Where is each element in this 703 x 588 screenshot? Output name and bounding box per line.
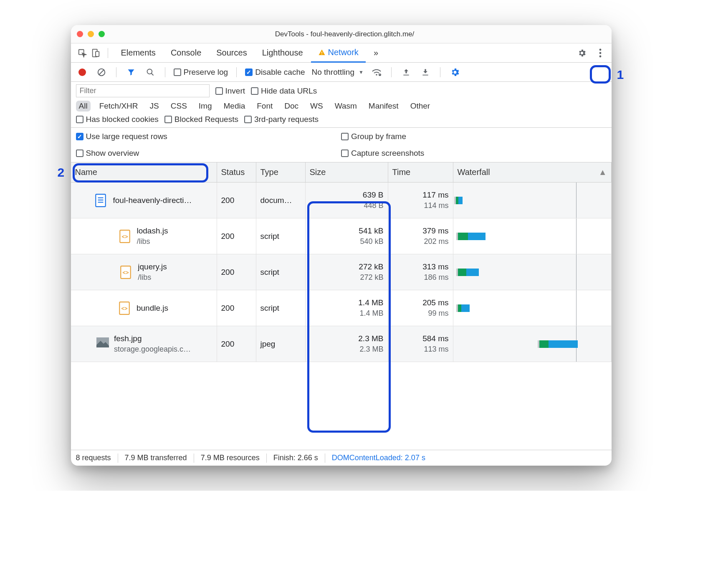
cell-waterfall — [453, 218, 612, 254]
cell-time: 584 ms113 ms — [388, 326, 453, 362]
import-har-icon[interactable] — [400, 66, 412, 79]
window-title: DevTools - foul-heavenly-direction.glitc… — [84, 30, 606, 38]
svg-rect-15 — [422, 74, 428, 75]
type-filter-doc[interactable]: Doc — [281, 101, 301, 112]
svg-line-9 — [99, 69, 104, 75]
filter-input[interactable] — [76, 84, 210, 97]
svg-point-12 — [376, 74, 377, 76]
clear-icon[interactable] — [95, 66, 108, 79]
table-row[interactable]: <>jquery.js/libs200script272 kB272 kB313… — [71, 254, 612, 290]
throttling-select[interactable]: No throttling▼ — [312, 68, 364, 77]
cell-type: jpeg — [256, 326, 306, 362]
cell-size: 541 kB540 kB — [306, 218, 388, 254]
col-waterfall[interactable]: Waterfall▲ — [453, 162, 612, 182]
type-filter-css[interactable]: CSS — [168, 101, 190, 112]
svg-text:<>: <> — [121, 233, 128, 240]
cell-type: script — [256, 290, 306, 326]
tab-lighthouse[interactable]: Lighthouse — [255, 43, 310, 62]
device-toolbar-icon[interactable] — [89, 47, 102, 59]
cell-size: 272 kB272 kB — [306, 254, 388, 290]
devtools-window: DevTools - foul-heavenly-direction.glitc… — [71, 25, 612, 466]
request-path: storage.googleapis.c… — [114, 345, 191, 354]
type-filter-font[interactable]: Font — [254, 101, 276, 112]
inspect-element-icon[interactable] — [76, 47, 89, 59]
network-conditions-icon[interactable] — [370, 66, 383, 79]
col-size[interactable]: Size — [306, 162, 388, 182]
record-button[interactable] — [76, 66, 89, 79]
file-type-icon: <> — [120, 266, 132, 279]
show-overview-checkbox[interactable]: Show overview — [76, 149, 341, 158]
cell-waterfall — [453, 182, 612, 218]
invert-checkbox[interactable]: Invert — [215, 86, 245, 96]
table-header: Name Status Type Size Time Waterfall▲ — [71, 162, 612, 182]
svg-line-11 — [151, 73, 153, 75]
network-settings-gear-icon[interactable] — [449, 66, 461, 79]
cell-waterfall — [453, 290, 612, 326]
file-type-icon — [96, 337, 108, 351]
table-row[interactable]: <>bundle.js200script1.4 MB1.4 MB205 ms99… — [71, 290, 612, 326]
summary-requests: 8 requests — [76, 454, 111, 462]
gear-icon[interactable] — [576, 47, 588, 59]
hide-data-urls-checkbox[interactable]: Hide data URLs — [251, 86, 317, 96]
cell-status: 200 — [217, 326, 256, 362]
filter-icon[interactable] — [125, 66, 137, 79]
network-toolbar: Preserve log Disable cache No throttling… — [71, 63, 612, 82]
filter-bar: Invert Hide data URLs All Fetch/XHR JS C… — [71, 82, 612, 128]
type-filter-img[interactable]: Img — [196, 101, 215, 112]
cell-status: 200 — [217, 290, 256, 326]
request-path: /libs — [137, 237, 168, 246]
capture-screenshots-checkbox[interactable]: Capture screenshots — [341, 149, 607, 158]
file-type-icon — [95, 194, 107, 207]
type-filter-row: All Fetch/XHR JS CSS Img Media Font Doc … — [76, 101, 607, 112]
preserve-log-checkbox[interactable]: Preserve log — [174, 68, 228, 77]
col-type[interactable]: Type — [256, 162, 306, 182]
request-name: fesh.jpg — [114, 334, 191, 343]
type-filter-all[interactable]: All — [76, 101, 91, 112]
cell-size: 1.4 MB1.4 MB — [306, 290, 388, 326]
summary-bar: 8 requests 7.9 MB transferred 7.9 MB res… — [71, 450, 612, 466]
svg-text:<>: <> — [123, 269, 129, 276]
blocked-requests-checkbox[interactable]: Blocked Requests — [164, 115, 238, 124]
col-name[interactable]: Name — [71, 162, 217, 182]
disable-cache-checkbox[interactable]: Disable cache — [245, 68, 305, 77]
more-tabs-button[interactable]: » — [367, 43, 385, 62]
col-time[interactable]: Time — [388, 162, 453, 182]
export-har-icon[interactable] — [419, 66, 432, 79]
request-name: bundle.js — [137, 304, 168, 313]
tab-network[interactable]: Network — [311, 44, 366, 63]
has-blocked-cookies-checkbox[interactable]: Has blocked cookies — [76, 115, 159, 124]
type-filter-ws[interactable]: WS — [307, 101, 326, 112]
type-filter-fetch[interactable]: Fetch/XHR — [96, 101, 141, 112]
cell-type: docum… — [256, 182, 306, 218]
third-party-checkbox[interactable]: 3rd-party requests — [244, 115, 319, 124]
cell-size: 639 B448 B — [306, 182, 388, 218]
cell-size: 2.3 MB2.3 MB — [306, 326, 388, 362]
group-by-frame-checkbox[interactable]: Group by frame — [341, 132, 607, 141]
cell-status: 200 — [217, 218, 256, 254]
type-filter-other[interactable]: Other — [407, 101, 433, 112]
type-filter-media[interactable]: Media — [221, 101, 248, 112]
type-filter-wasm[interactable]: Wasm — [332, 101, 360, 112]
close-window-button[interactable] — [77, 31, 83, 37]
tab-console[interactable]: Console — [164, 43, 208, 62]
summary-finish: Finish: 2.66 s — [273, 454, 318, 462]
tab-elements[interactable]: Elements — [114, 43, 163, 62]
col-status[interactable]: Status — [217, 162, 256, 182]
table-row[interactable]: fesh.jpgstorage.googleapis.c…200jpeg2.3 … — [71, 326, 612, 362]
svg-text:<>: <> — [121, 305, 127, 312]
type-filter-js[interactable]: JS — [147, 101, 162, 112]
svg-rect-14 — [403, 74, 409, 75]
use-large-rows-checkbox[interactable]: Use large request rows — [76, 132, 341, 141]
tab-sources[interactable]: Sources — [209, 43, 254, 62]
search-icon[interactable] — [144, 66, 157, 79]
cell-status: 200 — [217, 182, 256, 218]
table-row[interactable]: <>lodash.js/libs200script541 kB540 kB379… — [71, 218, 612, 254]
cell-type: script — [256, 218, 306, 254]
titlebar: DevTools - foul-heavenly-direction.glitc… — [71, 25, 612, 43]
kebab-menu-icon[interactable] — [594, 47, 607, 59]
file-type-icon: <> — [119, 302, 131, 315]
summary-transferred: 7.9 MB transferred — [125, 454, 187, 462]
summary-resources: 7.9 MB resources — [201, 454, 260, 462]
type-filter-manifest[interactable]: Manifest — [366, 101, 402, 112]
table-row[interactable]: foul-heavenly-directi…200docum…639 B448 … — [71, 182, 612, 218]
